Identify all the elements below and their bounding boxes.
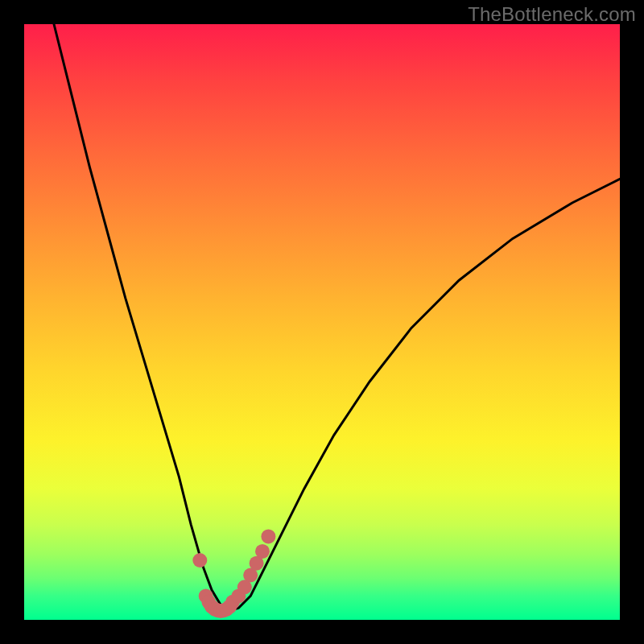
watermark-text: TheBottleneck.com (468, 3, 636, 26)
marker-dot (255, 544, 270, 559)
bottleneck-curve (54, 24, 620, 611)
marker-dot (261, 529, 275, 543)
marker-dot (192, 553, 207, 568)
chart-plot-area (24, 24, 620, 620)
chart-svg (24, 24, 620, 620)
chart-frame: TheBottleneck.com (0, 0, 644, 644)
